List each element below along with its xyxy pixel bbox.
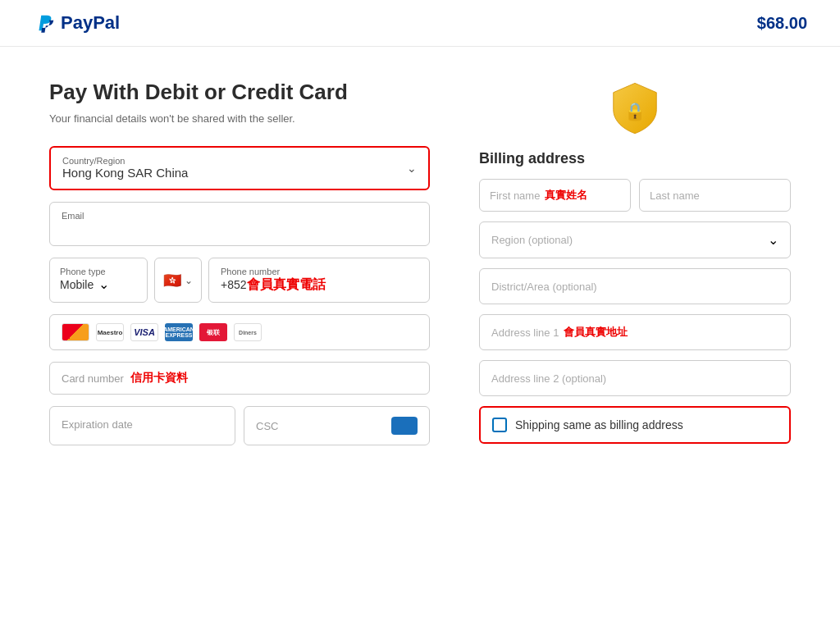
phone-type-label: Phone type — [60, 267, 137, 276]
address2-field[interactable]: Address line 2 (optional) — [479, 360, 791, 396]
right-panel: 🔒 Billing address First name 真實姓名 Last n… — [479, 80, 791, 605]
shipping-label: Shipping same as billing address — [515, 418, 683, 431]
page-title: Pay With Debit or Credit Card — [49, 80, 430, 105]
address1-placeholder: Address line 1 — [491, 326, 559, 339]
phone-prefix: +852 — [221, 278, 247, 291]
flag-chevron-icon: ⌄ — [185, 275, 193, 286]
card-icons-row: Maestro VISA AMERICAN EXPRESS 银联 Diners — [49, 314, 430, 350]
shield-icon: 🔒 — [606, 80, 664, 137]
first-name-chinese: 真實姓名 — [545, 188, 587, 203]
phone-type-value: Mobile — [60, 278, 94, 291]
shipping-checkbox-wrapper[interactable]: Shipping same as billing address — [479, 406, 791, 444]
diners-icon: Diners — [234, 323, 262, 341]
phone-number-label: Phone number — [221, 267, 418, 276]
main-content: Pay With Debit or Credit Card Your finan… — [0, 47, 840, 630]
expiry-field[interactable]: Expiration date — [49, 406, 235, 445]
expiry-csc-row: Expiration date CSC — [49, 406, 430, 445]
unionpay-icon: 银联 — [199, 323, 227, 341]
email-input[interactable] — [62, 221, 418, 237]
svg-text:🔒: 🔒 — [624, 101, 646, 122]
hk-flag-icon: 🇭🇰 — [163, 272, 181, 290]
country-value: Hong Kong SAR China — [62, 166, 188, 180]
billing-title: Billing address — [479, 150, 791, 167]
expiry-label: Expiration date — [62, 418, 133, 431]
phone-country-select[interactable]: 🇭🇰 ⌄ — [154, 258, 202, 303]
csc-label: CSC — [256, 420, 278, 432]
csc-field[interactable]: CSC — [244, 406, 430, 445]
address1-row: Address line 1 會員真實地址 — [491, 325, 778, 340]
shield-container: 🔒 — [479, 80, 791, 137]
email-field-wrapper: Email — [49, 202, 430, 246]
phone-group: Phone type Mobile ⌄ 🇭🇰 ⌄ Phone number +8… — [49, 258, 430, 303]
card-number-label: Card number — [62, 372, 124, 385]
address1-field[interactable]: Address line 1 會員真實地址 — [479, 314, 791, 350]
paypal-logo-text: PayPal — [61, 12, 120, 34]
name-row: First name 真實姓名 Last name — [479, 179, 791, 212]
region-placeholder: Region (optional) — [491, 234, 573, 246]
phone-type-select[interactable]: Phone type Mobile ⌄ — [49, 258, 148, 303]
phone-chinese-text: 會員真實電話 — [247, 277, 326, 291]
shipping-checkbox[interactable] — [492, 418, 507, 432]
phone-type-chevron-icon: ⌄ — [98, 276, 109, 292]
email-group: Email — [49, 202, 430, 246]
left-panel: Pay With Debit or Credit Card Your finan… — [49, 80, 430, 605]
phone-number-display: +852會員真實電話 — [221, 276, 418, 294]
first-name-placeholder: First name — [490, 189, 540, 202]
chevron-down-icon: ⌄ — [407, 162, 417, 175]
mastercard-icon — [62, 323, 89, 341]
phone-number-field: Phone number +852會員真實電話 — [208, 258, 430, 303]
paypal-logo: PayPal — [33, 11, 120, 34]
visa-icon: VISA — [130, 323, 158, 341]
card-number-field[interactable]: Card number 信用卡資料 — [49, 362, 430, 395]
address2-placeholder: Address line 2 (optional) — [491, 372, 606, 385]
csc-card-icon — [391, 417, 418, 435]
page-header: PayPal $68.00 — [0, 0, 840, 47]
page-subtitle: Your financial details won't be shared w… — [49, 112, 430, 126]
amex-icon: AMERICAN EXPRESS — [165, 323, 193, 341]
region-select[interactable]: Region (optional) ⌄ — [479, 221, 791, 258]
country-select[interactable]: Country/Region Hong Kong SAR China ⌄ — [49, 146, 430, 190]
district-placeholder: District/Area (optional) — [491, 281, 597, 293]
address1-chinese: 會員真實地址 — [564, 325, 628, 340]
country-region-group: Country/Region Hong Kong SAR China ⌄ — [49, 146, 430, 190]
paypal-logo-icon — [33, 11, 56, 34]
district-field[interactable]: District/Area (optional) — [479, 268, 791, 304]
last-name-placeholder: Last name — [650, 189, 700, 202]
header-amount: $68.00 — [757, 14, 807, 33]
country-select-inner: Country/Region Hong Kong SAR China — [62, 156, 400, 180]
email-label: Email — [62, 211, 418, 221]
last-name-field[interactable]: Last name — [639, 179, 791, 212]
region-chevron-icon: ⌄ — [768, 232, 778, 248]
country-label: Country/Region — [62, 156, 400, 166]
card-number-chinese: 信用卡資料 — [130, 371, 188, 386]
first-name-field[interactable]: First name 真實姓名 — [479, 179, 631, 212]
phone-type-value-row: Mobile ⌄ — [60, 276, 137, 292]
maestro-icon: Maestro — [96, 323, 124, 341]
